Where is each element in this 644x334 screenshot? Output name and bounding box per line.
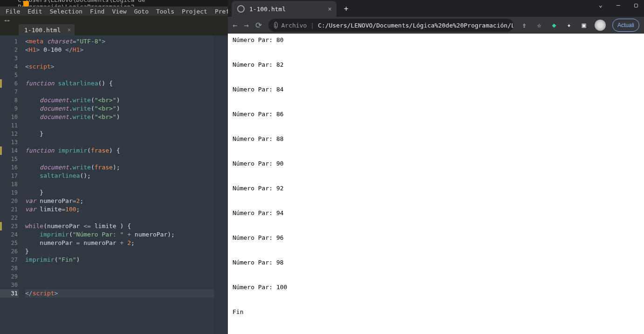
output-line: Número Par: 80 <box>233 36 639 43</box>
line-number: 8 <box>0 96 18 104</box>
line-number: 14 <box>0 146 18 155</box>
url-separator: | <box>310 22 314 29</box>
url-scheme-label: Archivo <box>281 22 307 29</box>
update-button[interactable]: Actuali <box>612 19 639 32</box>
code-line[interactable]: </script> <box>25 289 228 298</box>
page-content: Número Par: 80Número Par: 82Número Par: … <box>228 34 644 334</box>
code-line[interactable]: document.write("<br>") <box>25 104 228 113</box>
back-button[interactable]: ← <box>233 21 237 30</box>
new-tab-button[interactable]: + <box>344 4 349 13</box>
code-line[interactable]: saltarlinea(); <box>25 172 228 180</box>
menu-view[interactable]: View <box>108 8 130 15</box>
menu-bar: File Edit Selection Find View Goto Tools… <box>0 7 228 16</box>
toolbar-icons: ⇪ ☆ ◆ ✦ ▣ Actuali <box>520 19 639 32</box>
line-number: 26 <box>0 247 18 256</box>
line-number: 24 <box>0 230 18 239</box>
line-number: 16 <box>0 163 18 172</box>
code-line[interactable] <box>25 180 228 188</box>
line-number: 28 <box>0 264 18 272</box>
code-line[interactable]: <script> <box>25 63 228 71</box>
gutter: 1234567891011121314151617181920212223242… <box>0 35 21 334</box>
menu-project[interactable]: Project <box>178 8 211 15</box>
line-number: 3 <box>0 54 18 63</box>
share-icon[interactable]: ⇪ <box>520 21 528 29</box>
omnibox[interactable]: i Archivo | C:/Users/LENOVO/Documents/Ló… <box>268 19 514 32</box>
menu-goto[interactable]: Goto <box>130 8 152 15</box>
menu-file[interactable]: File <box>2 8 24 15</box>
menu-edit[interactable]: Edit <box>24 8 46 15</box>
editor-tabs: 1-100.html × <box>0 24 228 35</box>
code-line[interactable] <box>25 281 228 289</box>
code-line[interactable]: <meta charset="UTF-8"> <box>25 37 228 46</box>
reload-button[interactable]: ⟳ <box>255 21 262 30</box>
code-line[interactable]: } <box>25 130 228 138</box>
code-area[interactable]: 1234567891011121314151617181920212223242… <box>0 35 228 334</box>
code-line[interactable]: } <box>25 247 228 256</box>
nav-back-icon[interactable]: ◄ <box>4 18 7 23</box>
menu-tools[interactable]: Tools <box>152 8 178 15</box>
maximize-icon[interactable]: ▢ <box>633 1 639 8</box>
menu-selection[interactable]: Selection <box>46 8 86 15</box>
code-line[interactable] <box>25 272 228 281</box>
code-line[interactable]: document.write("<br>") <box>25 96 228 104</box>
chrome-tab[interactable]: 1-100.html × <box>232 1 336 17</box>
line-number: 1 <box>0 37 18 46</box>
code-line[interactable]: var numeroPar=2; <box>25 197 228 205</box>
output-line: Número Par: 82 <box>233 61 639 68</box>
minimap[interactable] <box>214 35 228 334</box>
chrome-titlebar: 1-100.html × + ⌄ — ▢ <box>228 0 644 17</box>
extension-shield-icon[interactable]: ◆ <box>550 21 558 29</box>
line-number: 18 <box>0 180 18 188</box>
close-tab-icon[interactable]: × <box>328 5 332 13</box>
code-line[interactable]: } <box>25 188 228 197</box>
editor-tab-label: 1-100.html <box>24 27 61 34</box>
fold-marker-icon <box>0 146 2 155</box>
forward-button[interactable]: → <box>244 21 248 30</box>
code-line[interactable] <box>25 138 228 146</box>
code-line[interactable]: document.write("<br>") <box>25 113 228 121</box>
fold-marker-icon <box>0 222 2 230</box>
editor-pane: C:\Users\LENOVO\Documents\Lógica de Prog… <box>0 0 228 334</box>
code-line[interactable] <box>25 264 228 272</box>
profile-avatar[interactable] <box>595 20 606 31</box>
code-line[interactable] <box>25 121 228 130</box>
line-number: 23 <box>0 222 18 230</box>
code-lines[interactable]: <meta charset="UTF-8"><H1> 0-100 </H1> <… <box>21 35 228 334</box>
tab-groups-icon[interactable]: ▣ <box>580 21 588 29</box>
minimize-icon[interactable]: — <box>615 1 622 8</box>
line-number: 10 <box>0 113 18 121</box>
extensions-puzzle-icon[interactable]: ✦ <box>565 21 573 29</box>
code-line[interactable] <box>25 88 228 96</box>
code-line[interactable] <box>25 155 228 163</box>
caret-down-icon[interactable]: ⌄ <box>597 1 604 8</box>
code-line[interactable] <box>25 54 228 63</box>
code-line[interactable]: function imprimir(frase) { <box>25 146 228 155</box>
editor-tab-active[interactable]: 1-100.html × <box>19 24 75 35</box>
site-info-icon[interactable]: i <box>274 22 278 28</box>
close-icon[interactable]: × <box>68 27 71 33</box>
line-number: 13 <box>0 138 18 146</box>
output-line: Número Par: 84 <box>233 86 639 93</box>
window-controls: ⌄ — ▢ <box>597 0 639 9</box>
code-line[interactable]: <H1> 0-100 </H1> <box>25 46 228 54</box>
bookmark-star-icon[interactable]: ☆ <box>535 21 543 29</box>
code-line[interactable] <box>25 214 228 222</box>
nav-forward-icon[interactable]: ► <box>7 18 10 23</box>
code-line[interactable]: function saltarlinea() { <box>25 79 228 88</box>
line-number: 11 <box>0 121 18 130</box>
nav-strip: ◄ ► <box>0 16 228 24</box>
code-line[interactable]: document.write(frase); <box>25 163 228 172</box>
sublime-titlebar: C:\Users\LENOVO\Documents\Lógica de Prog… <box>0 0 228 7</box>
code-line[interactable]: imprimir("Número Par: " + numeroPar); <box>25 230 228 239</box>
line-number: 17 <box>0 172 18 180</box>
line-number: 25 <box>0 239 18 247</box>
line-number: 2 <box>0 46 18 54</box>
code-line[interactable]: numeroPar = numeroPar + 2; <box>25 239 228 247</box>
code-line[interactable]: imprimir("Fin") <box>25 256 228 264</box>
code-line[interactable] <box>25 71 228 79</box>
menu-find[interactable]: Find <box>86 8 108 15</box>
code-line[interactable]: var limite=100; <box>25 205 228 214</box>
line-number: 15 <box>0 155 18 163</box>
line-number: 22 <box>0 214 18 222</box>
code-line[interactable]: while(numeroPar <= limite ) { <box>25 222 228 230</box>
